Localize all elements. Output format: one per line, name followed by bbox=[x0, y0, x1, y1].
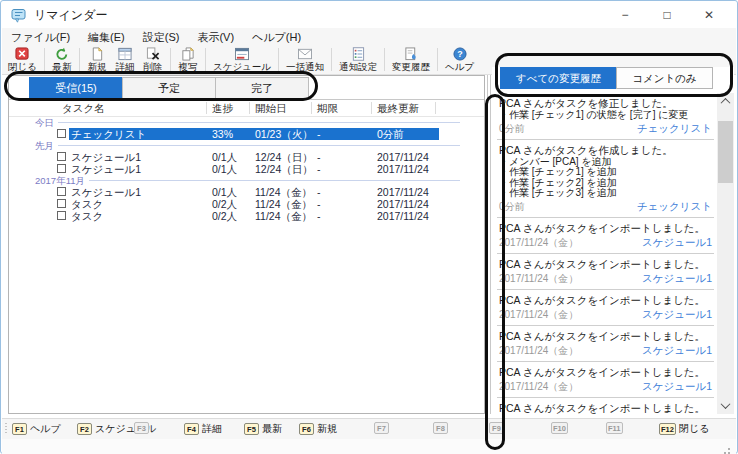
row-checkbox[interactable] bbox=[57, 164, 66, 173]
fkey-f1[interactable]: F1ヘルプ bbox=[12, 422, 61, 436]
history-entry-task-link[interactable]: チェックリスト bbox=[637, 200, 712, 214]
status-bar bbox=[2, 439, 736, 454]
menu-item-3[interactable]: 表示(V) bbox=[188, 30, 243, 45]
column-separator bbox=[206, 102, 207, 114]
fkey-f5[interactable]: F5最新 bbox=[244, 422, 282, 436]
history-entry: PCA さんがタスクをインポートしました。2017/11/24（金）スケジュール… bbox=[497, 254, 714, 290]
table-row[interactable]: チェックリスト33%01/23（火）-0分前 bbox=[9, 128, 484, 140]
history-entry-footer: 2017/11/24（金）スケジュール1 bbox=[499, 380, 712, 394]
history-entry: PCA さんがタスクをインポートしました。2017/11/24（金）スケジュール… bbox=[497, 326, 714, 362]
toolbar-button-label: ヘルプ bbox=[445, 62, 474, 72]
column-header-3[interactable]: 期限 bbox=[317, 102, 338, 116]
history-entry-task-link[interactable]: スケジュール1 bbox=[642, 308, 712, 322]
fkey-f11[interactable]: F11 bbox=[606, 422, 623, 434]
resize-grip-icon[interactable] bbox=[728, 448, 730, 450]
row-checkbox[interactable] bbox=[57, 199, 66, 208]
column-header-4[interactable]: 最終更新 bbox=[377, 102, 419, 116]
row-checkbox[interactable] bbox=[57, 152, 66, 161]
mail-icon bbox=[295, 46, 315, 61]
task-tab-strip: 受信(15)予定完了 bbox=[9, 76, 484, 100]
fkey-badge: F1 bbox=[12, 423, 27, 435]
tab-history-0[interactable]: すべての変更履歴 bbox=[500, 67, 617, 89]
toolbar-button-refresh[interactable]: 最新 bbox=[48, 46, 76, 73]
fkey-f3[interactable]: F3 bbox=[134, 422, 149, 434]
toolbar-separator bbox=[44, 48, 45, 71]
column-separator bbox=[249, 102, 250, 114]
table-row[interactable]: スケジュール10/1人12/24（日）-2017/11/24 bbox=[9, 163, 484, 175]
group-row: 2017年11月 bbox=[9, 175, 484, 186]
toolbar-button-delete[interactable]: 削除 bbox=[139, 46, 167, 73]
menu-item-0[interactable]: ファイル(F) bbox=[2, 30, 79, 45]
menu-item-2[interactable]: 設定(S) bbox=[134, 30, 189, 45]
close-button[interactable]: ✕ bbox=[688, 2, 730, 28]
tab-task-2[interactable]: 完了 bbox=[215, 77, 309, 99]
toolbar-button-help[interactable]: ?ヘルプ bbox=[441, 46, 478, 73]
cell-deadline: - bbox=[317, 186, 321, 198]
toolbar-button-history[interactable]: 変更履歴 bbox=[388, 46, 434, 73]
fkey-label: 最新 bbox=[262, 422, 282, 436]
tab-task-0[interactable]: 受信(15) bbox=[29, 77, 123, 99]
row-checkbox[interactable] bbox=[57, 211, 66, 220]
history-entry-task-link[interactable]: スケジュール1 bbox=[642, 344, 712, 358]
tab-history-1[interactable]: コメントのみ bbox=[616, 67, 713, 89]
table-row[interactable]: スケジュール10/1人11/24（金）-2017/11/24 bbox=[9, 186, 484, 198]
cell-progress: 0/2人 bbox=[212, 210, 237, 222]
fkey-f7[interactable]: F7 bbox=[374, 422, 389, 434]
row-checkbox[interactable] bbox=[57, 187, 66, 196]
history-pane: すべての変更履歴コメントのみ PCA さんがタスクを修正しました。・作業 [チェ… bbox=[492, 67, 734, 414]
column-separator bbox=[311, 102, 312, 114]
toolbar-button-detail[interactable]: 詳細 bbox=[111, 46, 139, 73]
history-entry-footer: 2017/11/24（金）スケジュール1 bbox=[499, 236, 712, 250]
group-label: 2017年11月 bbox=[35, 175, 85, 186]
history-scrollbar[interactable] bbox=[717, 93, 734, 414]
toolbar-button-mail[interactable]: 一括通知 bbox=[282, 46, 328, 73]
column-header-2[interactable]: 開始日 bbox=[255, 102, 287, 116]
menu-item-1[interactable]: 編集(E) bbox=[79, 30, 134, 45]
history-entry-task-link[interactable]: チェックリスト bbox=[637, 122, 712, 136]
fkey-f12[interactable]: F12閉じる bbox=[659, 422, 709, 436]
tab-task-1[interactable]: 予定 bbox=[122, 77, 216, 99]
toolbar-button-close[interactable]: 閉じる bbox=[4, 46, 41, 73]
group-divider-line bbox=[89, 180, 460, 181]
toolbar-button-schedule[interactable]: スケジュール bbox=[209, 46, 275, 73]
history-entry: PCA さんがタスクをインポートしました。2017/11/24（金）スケジュール… bbox=[497, 290, 714, 326]
scroll-down-button[interactable] bbox=[717, 397, 734, 414]
history-entry-title: PCA さんがタスクをインポートしました。 bbox=[499, 294, 712, 307]
refresh-icon bbox=[52, 46, 72, 61]
history-entry: PCA さんがタスクを修正しました。・作業 [チェック1] の状態を [完了] … bbox=[497, 93, 714, 140]
pane-splitter[interactable] bbox=[487, 75, 491, 414]
scroll-up-button[interactable] bbox=[717, 93, 734, 110]
history-entry-task-link[interactable]: スケジュール1 bbox=[642, 272, 712, 286]
minimize-button[interactable]: − bbox=[604, 2, 646, 28]
cell-deadline: - bbox=[317, 163, 321, 175]
toolbar-button-notify-settings[interactable]: 通知設定 bbox=[335, 46, 381, 73]
fkey-f8[interactable]: F8 bbox=[433, 422, 448, 434]
group-row: 今日 bbox=[9, 117, 484, 128]
fkey-f4[interactable]: F4詳細 bbox=[184, 422, 222, 436]
scrollbar-thumb[interactable] bbox=[718, 121, 733, 183]
history-entry-footer: 2017/11/24（金）スケジュール1 bbox=[499, 308, 712, 322]
history-entry: PCA さんがタスクをインポートしました。2017/11/24（金）スケジュール… bbox=[497, 362, 714, 398]
toolbar-button-new-doc[interactable]: 新規 bbox=[83, 46, 111, 73]
maximize-button[interactable]: □ bbox=[646, 2, 688, 28]
toolbar-button-copy[interactable]: 複写 bbox=[174, 46, 202, 73]
function-key-bar: F1ヘルプF2スケジュールF3F4詳細F5最新F6新規F7F8F9F10F11F… bbox=[2, 418, 736, 439]
cell-name: スケジュール1 bbox=[71, 163, 141, 175]
history-entry-task-link[interactable]: スケジュール1 bbox=[642, 380, 712, 394]
fkey-f10[interactable]: F10 bbox=[551, 422, 568, 434]
history-entry-task-link[interactable]: スケジュール1 bbox=[642, 236, 712, 250]
fkey-f6[interactable]: F6新規 bbox=[299, 422, 337, 436]
cell-progress: 33% bbox=[212, 128, 233, 140]
table-row[interactable]: タスク0/2人11/24（金）-2017/11/24 bbox=[9, 198, 484, 210]
history-entry-time: 2017/11/24（金） bbox=[499, 380, 578, 394]
cell-updated: 2017/11/24 bbox=[377, 151, 429, 163]
table-row[interactable]: タスク0/2人11/24（金）-2017/11/24 bbox=[9, 210, 484, 222]
menu-item-4[interactable]: ヘルプ(H) bbox=[243, 30, 310, 45]
cell-start: 11/24（金） bbox=[255, 198, 312, 210]
cell-name: タスク bbox=[71, 198, 103, 210]
column-header-0[interactable]: タスク名 bbox=[62, 102, 105, 116]
column-header-1[interactable]: 進捗 bbox=[212, 102, 233, 116]
fkey-f9[interactable]: F9 bbox=[489, 422, 504, 434]
table-row[interactable]: スケジュール10/1人12/24（日）-2017/11/24 bbox=[9, 151, 484, 163]
row-checkbox[interactable] bbox=[57, 129, 66, 138]
